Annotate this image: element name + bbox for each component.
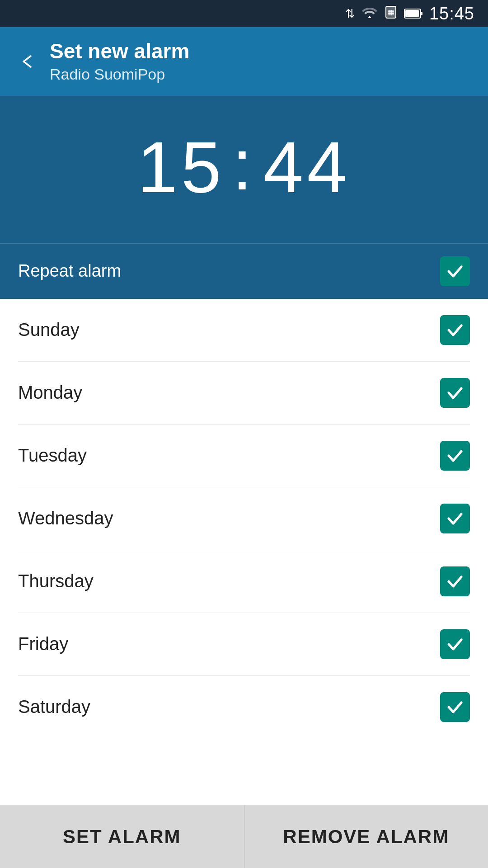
day-row-thursday[interactable]: Thursday <box>18 550 470 613</box>
repeat-alarm-label: Repeat alarm <box>18 261 121 281</box>
status-icons: ⇅ <box>345 4 474 24</box>
time-colon: : <box>232 123 256 212</box>
battery-icon <box>404 8 423 19</box>
time-hours: 15 <box>137 126 225 209</box>
day-label-wednesday: Wednesday <box>18 508 113 528</box>
days-list: Sunday Monday Tuesday Wednesday <box>0 299 488 738</box>
day-checkbox-friday[interactable] <box>440 629 470 659</box>
day-row-wednesday[interactable]: Wednesday <box>18 487 470 550</box>
svg-rect-1 <box>388 10 394 15</box>
wifi-icon <box>361 6 378 22</box>
day-checkbox-thursday[interactable] <box>440 566 470 596</box>
app-bar-text: Set new alarm Radio SuomiPop <box>50 40 189 83</box>
bottom-spacer <box>0 738 488 802</box>
time-display: 15 : 44 <box>137 123 351 212</box>
day-label-sunday: Sunday <box>18 320 80 340</box>
day-checkbox-saturday[interactable] <box>440 692 470 722</box>
back-button[interactable] <box>18 52 36 71</box>
svg-rect-8 <box>421 12 422 15</box>
time-minutes: 44 <box>263 126 351 209</box>
day-label-thursday: Thursday <box>18 571 94 591</box>
signal-icon: ⇅ <box>345 7 355 21</box>
svg-rect-7 <box>405 10 419 17</box>
day-checkbox-sunday[interactable] <box>440 315 470 345</box>
day-checkbox-tuesday[interactable] <box>440 441 470 471</box>
day-label-monday: Monday <box>18 382 82 403</box>
day-label-tuesday: Tuesday <box>18 445 87 466</box>
day-label-friday: Friday <box>18 634 68 654</box>
remove-alarm-button[interactable]: REMOVE ALARM <box>244 805 488 868</box>
day-checkbox-monday[interactable] <box>440 378 470 408</box>
day-label-saturday: Saturday <box>18 697 90 717</box>
repeat-alarm-row[interactable]: Repeat alarm <box>0 243 488 299</box>
day-checkbox-wednesday[interactable] <box>440 504 470 533</box>
day-row-sunday[interactable]: Sunday <box>18 299 470 362</box>
app-bar-subtitle: Radio SuomiPop <box>50 66 189 83</box>
day-row-monday[interactable]: Monday <box>18 362 470 425</box>
app-bar: Set new alarm Radio SuomiPop <box>0 27 488 96</box>
day-row-tuesday[interactable]: Tuesday <box>18 425 470 487</box>
status-time: 15:45 <box>429 4 474 24</box>
repeat-alarm-checkbox[interactable] <box>440 256 470 286</box>
set-alarm-button[interactable]: SET ALARM <box>0 805 244 868</box>
status-bar: ⇅ <box>0 0 488 27</box>
day-row-saturday[interactable]: Saturday <box>18 676 470 738</box>
app-bar-title: Set new alarm <box>50 40 189 63</box>
time-display-area[interactable]: 15 : 44 <box>0 96 488 243</box>
sim-icon <box>384 5 398 22</box>
bottom-buttons: SET ALARM REMOVE ALARM <box>0 805 488 868</box>
day-row-friday[interactable]: Friday <box>18 613 470 676</box>
